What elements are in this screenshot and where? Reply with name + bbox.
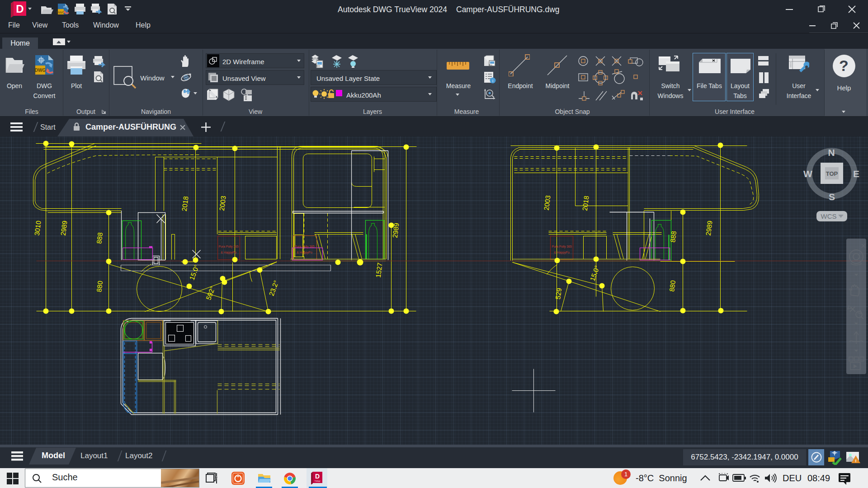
svg-text:888: 888 [95,232,104,244]
svg-text:2003: 2003 [542,195,552,211]
svg-text:2018: 2018 [180,196,190,211]
svg-text:529: 529 [554,287,563,300]
svg-text:2989: 2989 [704,220,714,236]
svg-text:DWG: DWG [56,10,65,14]
svg-text:D: D [16,3,24,15]
svg-text:15.0°: 15.0° [188,263,200,281]
svg-text:S: S [829,192,835,202]
svg-text:!: ! [855,459,857,463]
svg-text:23.2°: 23.2° [267,279,280,297]
svg-text:W: W [803,169,812,179]
svg-text:DWG: DWG [35,68,46,73]
svg-text:TRW: TRW [314,480,321,483]
svg-text:& HappyPo: & HappyPo [554,251,570,254]
svg-text:& HappyPo: & HappyPo [221,251,236,254]
svg-text:592°: 592° [204,285,217,301]
svg-text:2018: 2018 [581,195,590,211]
svg-text:WCS: WCS [821,212,837,220]
svg-text:1527: 1527 [374,262,384,278]
svg-text:15.0°: 15.0° [588,264,601,282]
svg-text:N: N [828,147,835,158]
svg-text:Pura Polly 365: Pura Polly 365 [218,245,238,249]
svg-text:2989: 2989 [59,220,69,236]
svg-text:880: 880 [668,280,677,292]
svg-text:E: E [853,169,859,179]
svg-text:880: 880 [95,280,104,292]
svg-text:D: D [315,473,320,480]
svg-text:Pura Polly 365: Pura Polly 365 [294,245,314,249]
svg-text:& HappyPo: & HappyPo [297,251,312,254]
svg-text:TOP: TOP [826,170,838,177]
svg-text:2003: 2003 [218,195,227,211]
svg-text:i: i [492,79,493,83]
svg-text:3010: 3010 [33,220,42,236]
svg-text:Pura Polly 365: Pura Polly 365 [552,245,571,249]
svg-text:888: 888 [669,230,678,243]
